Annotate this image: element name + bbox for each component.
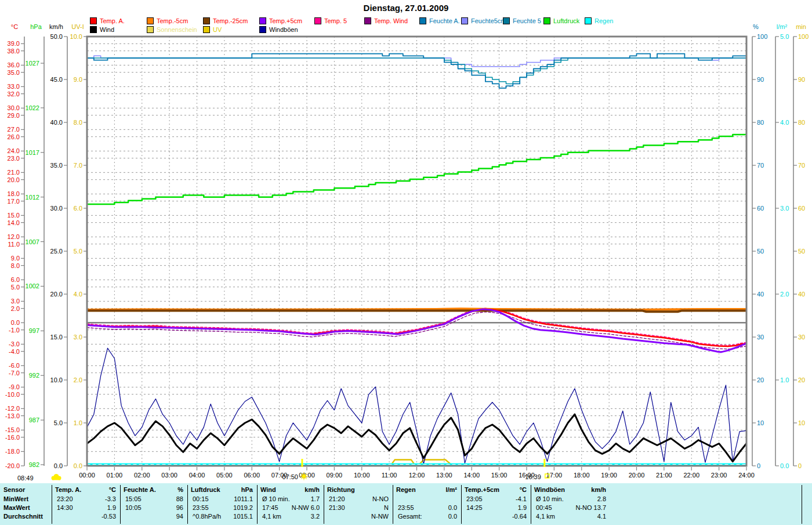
svg-text:6.0: 6.0 — [11, 276, 20, 283]
table-separator — [802, 485, 802, 524]
svg-text:40: 40 — [757, 291, 764, 298]
table-cell: Sensor — [3, 486, 25, 493]
svg-text:1.0: 1.0 — [780, 376, 789, 383]
svg-text:-20.0: -20.0 — [5, 462, 20, 469]
svg-text:2.0: 2.0 — [780, 291, 789, 298]
table-cell: 1.7 — [257, 495, 320, 502]
table-cell: 3.2 — [257, 513, 320, 520]
svg-text:40: 40 — [798, 291, 805, 298]
svg-text:00:00: 00:00 — [79, 472, 95, 479]
svg-text:70: 70 — [798, 162, 805, 169]
svg-text:33.0: 33.0 — [8, 83, 20, 90]
svg-text:23:00: 23:00 — [711, 472, 727, 479]
svg-text:15:00: 15:00 — [491, 472, 507, 479]
svg-text:-12.0: -12.0 — [5, 405, 20, 412]
table-cell: Durchschnitt — [3, 513, 43, 520]
table-cell: N-NO — [324, 495, 389, 502]
chart-svg: °C39.038.036.035.033.032.030.029.027.026… — [0, 0, 812, 483]
svg-text:2.0: 2.0 — [11, 305, 20, 312]
svg-text:992: 992 — [29, 372, 39, 379]
uv-axis-unit-label: UV-I — [71, 23, 84, 30]
table-cell: MaxWert — [3, 504, 30, 511]
svg-text:1.0: 1.0 — [74, 419, 82, 426]
svg-text:02:00: 02:00 — [134, 472, 150, 479]
svg-text:3.0: 3.0 — [74, 334, 82, 341]
daylight-cloud-icon — [52, 474, 61, 480]
windspeed-axis: km/h50.045.040.035.030.025.020.015.010.0… — [49, 23, 67, 469]
svg-text:14:00: 14:00 — [463, 472, 480, 479]
svg-text:9.0: 9.0 — [74, 76, 82, 83]
table-cell: km/h — [531, 486, 606, 493]
svg-text:2.0: 2.0 — [74, 376, 82, 383]
svg-text:18.0: 18.0 — [8, 190, 20, 197]
table-cell: 2.8 — [531, 495, 606, 502]
table-cell: Richtung — [327, 486, 355, 493]
gridlines — [87, 37, 746, 466]
svg-text:32.0: 32.0 — [8, 90, 20, 97]
series-temp_m25cm — [87, 310, 746, 312]
svg-text:60: 60 — [798, 205, 805, 212]
svg-text:38.0: 38.0 — [8, 48, 20, 55]
svg-text:0.0: 0.0 — [54, 462, 63, 469]
svg-text:10.0: 10.0 — [50, 376, 63, 383]
svg-text:23.0: 23.0 — [8, 155, 20, 162]
table-cell: km/h — [257, 486, 320, 493]
svg-text:10: 10 — [798, 419, 805, 426]
svg-text:100: 100 — [757, 33, 767, 40]
x-axis: 00:0001:0002:0003:0004:0005:0006:0007:00… — [79, 467, 755, 479]
svg-text:5.0: 5.0 — [780, 33, 789, 40]
table-cell: % — [120, 486, 183, 493]
svg-text:-10.0: -10.0 — [5, 391, 20, 398]
svg-text:12.0: 12.0 — [8, 233, 20, 240]
svg-text:17:00: 17:00 — [546, 472, 563, 479]
svg-text:12:00: 12:00 — [409, 472, 425, 479]
svg-text:10:00: 10:00 — [354, 472, 370, 479]
svg-text:70: 70 — [757, 162, 764, 169]
svg-text:-6.0: -6.0 — [9, 362, 20, 369]
svg-text:-4.0: -4.0 — [9, 348, 20, 355]
svg-text:40.0: 40.0 — [50, 119, 63, 126]
table-cell: -0.64 — [461, 513, 527, 520]
svg-text:50.0: 50.0 — [50, 33, 63, 40]
svg-text:0.0: 0.0 — [74, 462, 82, 469]
sunset-time: 16:39 — [525, 473, 541, 480]
svg-text:13:00: 13:00 — [436, 472, 452, 479]
svg-text:6.0: 6.0 — [74, 205, 82, 212]
svg-text:21.0: 21.0 — [8, 169, 20, 176]
svg-text:9.0: 9.0 — [11, 255, 20, 262]
svg-text:22:00: 22:00 — [683, 472, 699, 479]
table-cell: 0.0 — [393, 504, 457, 511]
humidity-axis: %1009080706050403020100 — [752, 23, 767, 469]
svg-text:90: 90 — [757, 76, 764, 83]
svg-text:36.0: 36.0 — [8, 61, 20, 68]
svg-text:20: 20 — [757, 376, 764, 383]
svg-text:10: 10 — [757, 419, 764, 426]
svg-text:1027: 1027 — [26, 60, 39, 67]
table-cell: N-NW — [324, 513, 389, 520]
table-cell: l/m² — [393, 486, 457, 493]
svg-text:7.0: 7.0 — [74, 162, 82, 169]
table-cell: 4.1 — [531, 513, 606, 520]
table-cell: 0.0 — [393, 513, 457, 520]
sunshine-axis-unit-label: min — [796, 23, 806, 30]
svg-text:5.0: 5.0 — [54, 419, 63, 426]
svg-text:30.0: 30.0 — [8, 104, 20, 111]
svg-text:19:00: 19:00 — [601, 472, 617, 479]
svg-text:50: 50 — [757, 248, 764, 255]
table-cell: -0.53 — [52, 513, 116, 520]
svg-text:987: 987 — [29, 417, 39, 423]
svg-text:29.0: 29.0 — [8, 112, 20, 119]
svg-text:3.0: 3.0 — [11, 298, 20, 305]
table-cell: N-NO 13.7 — [531, 504, 606, 511]
svg-text:11:00: 11:00 — [382, 472, 397, 479]
svg-text:-13.0: -13.0 — [5, 412, 20, 419]
table-cell: °C — [461, 486, 527, 493]
svg-text:26.0: 26.0 — [8, 133, 20, 140]
rain-axis: l/m²5.04.03.02.01.00.0 — [775, 23, 789, 469]
svg-text:100: 100 — [798, 33, 809, 40]
weather-app-window: Dienstag, 27.01.2009 Temp. A.Temp.-5cmTe… — [0, 0, 812, 525]
table-cell: N — [324, 504, 389, 511]
sunshine-axis: min1009080706050403020100 — [793, 23, 809, 469]
svg-text:8.0: 8.0 — [11, 262, 20, 269]
svg-text:-18.0: -18.0 — [5, 448, 20, 455]
